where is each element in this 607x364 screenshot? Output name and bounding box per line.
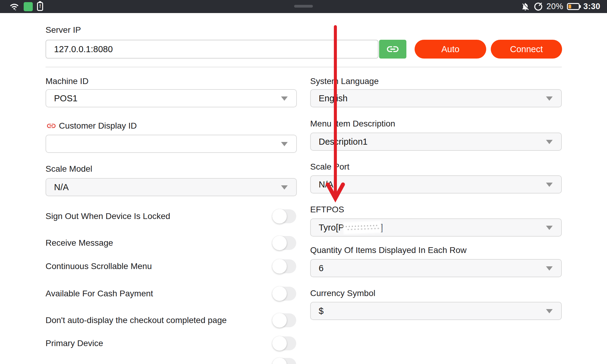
continuous-menu-label: Continuous Scrollable Menu xyxy=(46,262,152,271)
gesture-handle[interactable] xyxy=(294,5,313,8)
currency-symbol-label: Currency Symbol xyxy=(310,289,375,298)
eftpos-value-prefix: Tyro[P xyxy=(319,223,344,233)
status-bar: ! 20% 3:30 xyxy=(0,0,607,13)
toggle-knob xyxy=(272,358,287,364)
data-saver-icon xyxy=(534,2,543,11)
chevron-down-icon xyxy=(281,142,288,146)
scale-model-value: N/A xyxy=(54,182,69,192)
scale-model-select[interactable]: N/A xyxy=(46,178,297,196)
toggle-knob xyxy=(272,209,287,224)
eftpos-label: EFTPOS xyxy=(310,205,344,214)
battery-fill xyxy=(568,5,571,8)
cash-payment-label: Available For Cash Payment xyxy=(46,289,153,298)
auto-button[interactable]: Auto xyxy=(415,40,486,59)
toggle-knob xyxy=(272,286,287,301)
battery-alert-icon: ! xyxy=(37,2,43,11)
sign-out-label: Sign Out When Device Is Locked xyxy=(46,212,170,221)
primary-device-toggle[interactable] xyxy=(273,336,296,350)
status-bar-left: ! xyxy=(9,0,43,13)
scale-model-label: Scale Model xyxy=(46,164,92,174)
receive-message-label: Receive Message xyxy=(46,238,113,248)
continuous-menu-toggle[interactable] xyxy=(273,259,296,273)
machine-id-label: Machine ID xyxy=(46,77,89,86)
chevron-down-icon xyxy=(546,140,553,144)
toggle-knob xyxy=(272,259,287,274)
clock: 3:30 xyxy=(583,2,600,11)
pos-settings-screen: ! 20% 3:30 Server IP Auto Connect Machin… xyxy=(0,0,607,364)
app-indicator-icon xyxy=(24,2,33,11)
customer-display-id-select[interactable] xyxy=(46,135,297,153)
chevron-down-icon xyxy=(546,96,553,101)
link-icon xyxy=(45,121,58,131)
chevron-down-icon xyxy=(546,309,553,313)
battery-alert-mark: ! xyxy=(38,3,42,9)
link-server-button[interactable] xyxy=(379,40,406,59)
primary-device-label: Primary Device xyxy=(46,339,103,348)
eftpos-select[interactable]: Tyro[P] xyxy=(310,218,562,237)
chevron-down-icon xyxy=(281,96,288,101)
notifications-off-icon xyxy=(521,2,530,11)
system-language-value: English xyxy=(319,93,348,103)
chevron-down-icon xyxy=(546,266,553,271)
quantity-per-row-select[interactable]: 6 xyxy=(310,259,562,277)
chevron-down-icon xyxy=(281,185,288,190)
sign-out-toggle[interactable] xyxy=(273,209,296,223)
eftpos-value-suffix: ] xyxy=(381,223,383,233)
currency-symbol-value: $ xyxy=(319,306,324,316)
menu-item-description-select[interactable]: Description1 xyxy=(310,133,562,151)
server-ip-input[interactable] xyxy=(46,40,378,59)
status-bar-right: 20% 3:30 xyxy=(521,0,600,13)
battery-icon xyxy=(567,3,580,10)
scale-port-value: N/A xyxy=(319,180,333,190)
receive-message-toggle[interactable] xyxy=(273,236,296,250)
toggle-knob xyxy=(272,313,287,328)
connect-button[interactable]: Connect xyxy=(491,40,562,59)
customer-display-id-label: Customer Display ID xyxy=(59,121,137,130)
system-language-label: System Language xyxy=(310,77,379,86)
currency-symbol-select[interactable]: $ xyxy=(310,302,562,320)
customer-display-id-label-row: Customer Display ID xyxy=(45,121,137,131)
quantity-per-row-value: 6 xyxy=(319,263,324,273)
wifi-icon xyxy=(9,2,19,11)
menu-item-description-value: Description1 xyxy=(319,137,368,147)
scale-port-label: Scale Port xyxy=(310,162,349,171)
battery-percent: 20% xyxy=(546,2,563,11)
link-icon xyxy=(386,42,400,56)
machine-id-select[interactable]: POS1 xyxy=(46,89,297,107)
server-ip-label: Server IP xyxy=(46,25,81,35)
redaction-scribble xyxy=(344,222,380,233)
partial-toggle[interactable] xyxy=(273,358,296,364)
no-auto-checkout-toggle[interactable] xyxy=(273,313,296,327)
menu-item-description-label: Menu Item Description xyxy=(310,119,395,128)
toggle-knob xyxy=(272,236,287,250)
cash-payment-toggle[interactable] xyxy=(273,287,296,301)
scale-port-select[interactable]: N/A xyxy=(310,175,562,194)
machine-id-value: POS1 xyxy=(54,93,77,103)
chevron-down-icon xyxy=(546,183,553,187)
no-auto-checkout-label: Don't auto-display the checkout complete… xyxy=(46,316,227,325)
section-divider xyxy=(46,67,562,67)
chevron-down-icon xyxy=(546,226,553,230)
toggle-knob xyxy=(272,336,287,351)
quantity-per-row-label: Quantity Of Items Displayed In Each Row xyxy=(310,246,466,255)
system-language-select[interactable]: English xyxy=(310,89,562,107)
